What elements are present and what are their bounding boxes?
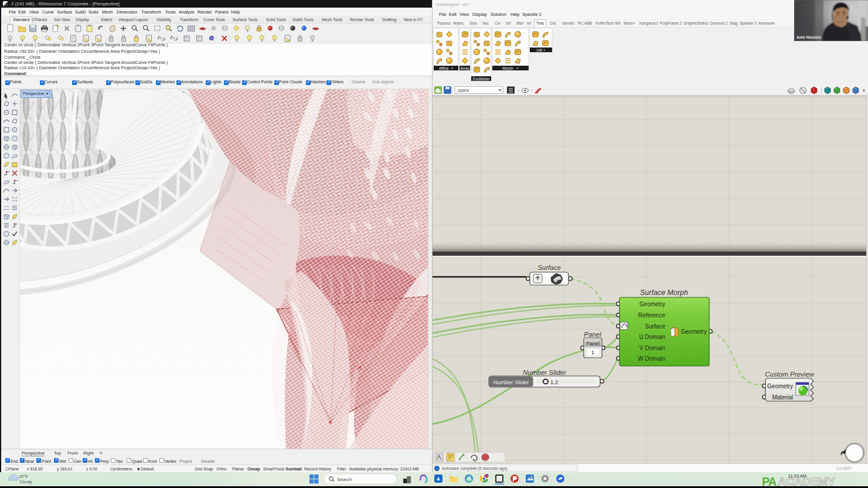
- svg-text:W Domain: W Domain: [638, 355, 665, 362]
- svg-text:Affine +: Affine +: [439, 66, 453, 70]
- svg-text:PA: PA: [762, 475, 777, 486]
- svg-text:Euclidean: Euclidean: [473, 77, 490, 81]
- svg-text:Reference: Reference: [638, 312, 666, 318]
- svg-text:1.2: 1.2: [550, 379, 558, 385]
- svg-text:Surface: Surface: [537, 264, 561, 271]
- svg-text:Surface: Surface: [645, 323, 666, 330]
- svg-text:Custom Preview: Custom Preview: [765, 371, 814, 378]
- svg-text:Geometry: Geometry: [681, 328, 707, 335]
- svg-text:Number Slider: Number Slider: [493, 379, 529, 385]
- svg-text:U Domain: U Domain: [639, 334, 665, 340]
- svg-text:Surface Morph: Surface Morph: [640, 289, 688, 297]
- svg-text:Morph +: Morph +: [502, 66, 519, 71]
- svg-text:Number Slider: Number Slider: [523, 369, 567, 376]
- svg-text:Array: Array: [460, 66, 469, 71]
- svg-text:ACADEMY: ACADEMY: [778, 475, 836, 486]
- svg-text:204%: 204%: [458, 88, 469, 93]
- svg-text:1: 1: [591, 350, 594, 355]
- svg-text:Search: Search: [337, 477, 352, 482]
- svg-text:Geometry: Geometry: [639, 301, 665, 307]
- svg-text:Cloudy: Cloudy: [19, 480, 32, 484]
- svg-text:Panel: Panel: [584, 331, 601, 338]
- svg-text:Amir Hossein: Amir Hossein: [796, 35, 821, 39]
- svg-text:Geometry: Geometry: [767, 383, 793, 389]
- svg-text:37°F: 37°F: [19, 475, 28, 479]
- svg-text:Panel: Panel: [586, 341, 600, 347]
- svg-text:Material: Material: [772, 394, 793, 401]
- svg-text:Util +: Util +: [537, 48, 546, 52]
- svg-text:V Domain: V Domain: [639, 345, 665, 351]
